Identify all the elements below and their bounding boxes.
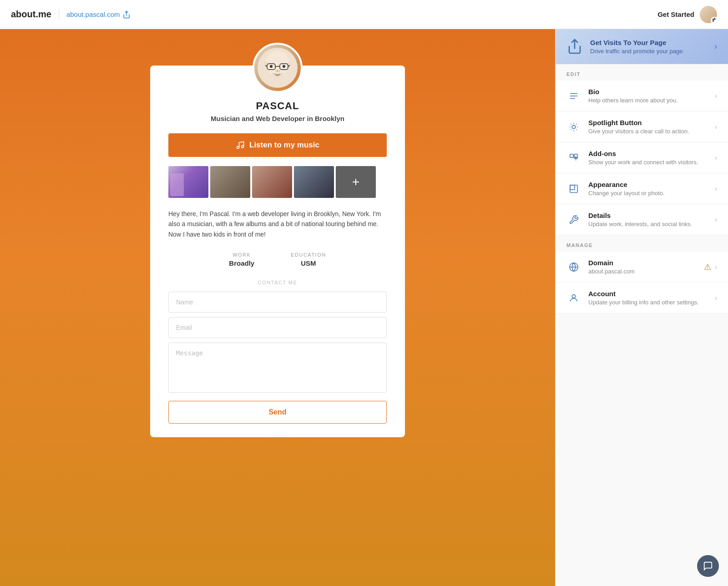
- gear-badge: [711, 17, 717, 23]
- promo-chevron-icon: ›: [714, 42, 717, 51]
- gear-icon: [712, 18, 717, 23]
- listen-label: Listen to my music: [249, 141, 319, 150]
- add-photo-button[interactable]: +: [336, 166, 376, 198]
- promo-text: Get Visits To Your Page Drive traffic an…: [590, 39, 714, 55]
- spotlight-item-sub: Give your visitors a clear call to actio…: [588, 128, 715, 135]
- domain-item-sub: about.pascal.com: [588, 268, 704, 275]
- education-item: EDUCATION USM: [291, 252, 326, 267]
- account-icon: [566, 291, 581, 305]
- site-logo[interactable]: about.me: [11, 9, 51, 20]
- profile-url-link[interactable]: about.pascal.com: [66, 10, 131, 19]
- chat-bubble-button[interactable]: [697, 555, 719, 577]
- sidebar-item-addons[interactable]: Add-ons Show your work and connect with …: [556, 142, 728, 173]
- domain-item-title: Domain: [588, 259, 704, 267]
- addons-icon: [566, 151, 581, 165]
- svg-point-30: [572, 294, 575, 298]
- account-item-body: Account Update your billing info and oth…: [588, 290, 715, 306]
- preview-area: PASCAL Musician and Web Developer in Bro…: [0, 29, 555, 586]
- account-item-title: Account: [588, 290, 715, 298]
- addons-item-sub: Show your work and connect with visitors…: [588, 159, 715, 166]
- svg-point-21: [572, 125, 575, 128]
- avatar-illustration: [257, 47, 298, 88]
- appearance-item-title: Appearance: [588, 181, 715, 188]
- plus-icon: +: [352, 175, 359, 189]
- profile-name: PASCAL: [168, 100, 387, 112]
- work-item: WORK Broadly: [229, 252, 254, 267]
- profile-url-text: about.pascal.com: [66, 10, 120, 18]
- account-chevron-icon: ›: [715, 294, 717, 302]
- svg-point-16: [242, 146, 244, 148]
- spotlight-icon: [566, 120, 581, 134]
- svg-point-15: [237, 146, 239, 149]
- bio-text: Hey there, I'm Pascal. I'm a web develop…: [168, 209, 387, 239]
- email-input[interactable]: [168, 317, 387, 338]
- sidebar-item-account[interactable]: Account Update your billing info and oth…: [556, 283, 728, 313]
- details-item-title: Details: [588, 212, 715, 219]
- photo-2[interactable]: [210, 166, 250, 198]
- main-content: PASCAL Musician and Web Developer in Bro…: [0, 29, 728, 586]
- addons-item-title: Add-ons: [588, 150, 715, 157]
- work-label: WORK: [229, 252, 254, 258]
- account-item-sub: Update your billing info and other setti…: [588, 299, 715, 306]
- details-item-body: Details Update work, interests, and soci…: [588, 212, 715, 227]
- promo-title: Get Visits To Your Page: [590, 39, 714, 46]
- listen-button[interactable]: ♫ Listen to my music: [168, 133, 387, 157]
- manage-section-label: MANAGE: [556, 235, 728, 252]
- chat-icon: [703, 561, 713, 571]
- sidebar-item-bio[interactable]: Bio Help others learn more about you. ›: [556, 81, 728, 111]
- sidebar-item-appearance[interactable]: Appearance Change your layout or photo. …: [556, 173, 728, 204]
- profile-tagline: Musician and Web Developer in Brooklyn: [168, 115, 387, 122]
- share-icon: [122, 10, 131, 19]
- bio-icon: [566, 89, 581, 103]
- svg-rect-22: [570, 154, 573, 157]
- domain-item-body: Domain about.pascal.com: [588, 259, 704, 275]
- spotlight-item-title: Spotlight Button: [588, 119, 715, 126]
- svg-rect-26: [570, 185, 578, 192]
- sidebar-item-details[interactable]: Details Update work, interests, and soci…: [556, 204, 728, 235]
- domain-warning-icon: ⚠: [704, 262, 711, 272]
- svg-rect-27: [570, 185, 575, 189]
- spotlight-chevron-icon: ›: [715, 123, 717, 131]
- photo-3[interactable]: [252, 166, 292, 198]
- photos-row: +: [168, 166, 387, 198]
- appearance-icon: [566, 182, 581, 196]
- bio-item-body: Bio Help others learn more about you.: [588, 88, 715, 104]
- appearance-chevron-icon: ›: [715, 185, 717, 193]
- bio-chevron-icon: ›: [715, 92, 717, 100]
- domain-chevron-icon: ›: [715, 263, 717, 271]
- bio-item-title: Bio: [588, 88, 715, 96]
- details-icon: [566, 212, 581, 227]
- profile-avatar: [253, 43, 303, 93]
- svg-point-11: [283, 65, 285, 68]
- music-icon: ♫: [236, 141, 245, 150]
- get-started-button[interactable]: Get Started: [657, 10, 694, 18]
- sidebar-item-spotlight[interactable]: Spotlight Button Give your visitors a cl…: [556, 111, 728, 142]
- avatar-wrapper: [168, 43, 387, 93]
- work-value: Broadly: [229, 259, 254, 267]
- spotlight-item-body: Spotlight Button Give your visitors a cl…: [588, 119, 715, 135]
- message-input[interactable]: [168, 343, 387, 393]
- domain-icon: [566, 260, 581, 274]
- education-value: USM: [291, 259, 326, 267]
- bio-item-sub: Help others learn more about you.: [588, 97, 715, 104]
- user-avatar-nav[interactable]: [700, 6, 717, 23]
- details-chevron-icon: ›: [715, 216, 717, 224]
- top-navigation: about.me about.pascal.com Get Started: [0, 0, 728, 29]
- photo-1[interactable]: [168, 166, 208, 198]
- sidebar-item-domain[interactable]: Domain about.pascal.com ⚠ ›: [556, 252, 728, 283]
- details-item-sub: Update work, interests, and social links…: [588, 221, 715, 227]
- addons-chevron-icon: ›: [715, 154, 717, 162]
- nav-right: Get Started: [657, 6, 717, 23]
- education-label: EDUCATION: [291, 252, 326, 258]
- name-input[interactable]: [168, 292, 387, 313]
- contact-section-label: CONTACT ME: [168, 280, 387, 285]
- send-button[interactable]: Send: [168, 401, 387, 424]
- profile-card: PASCAL Musician and Web Developer in Bro…: [150, 66, 405, 437]
- addons-item-body: Add-ons Show your work and connect with …: [588, 150, 715, 166]
- nav-left: about.me about.pascal.com: [11, 9, 131, 20]
- edit-section-label: EDIT: [556, 64, 728, 81]
- photo-4[interactable]: [294, 166, 334, 198]
- sidebar-promo-banner[interactable]: Get Visits To Your Page Drive traffic an…: [556, 29, 728, 64]
- svg-point-10: [270, 65, 273, 68]
- traffic-icon: [566, 38, 583, 55]
